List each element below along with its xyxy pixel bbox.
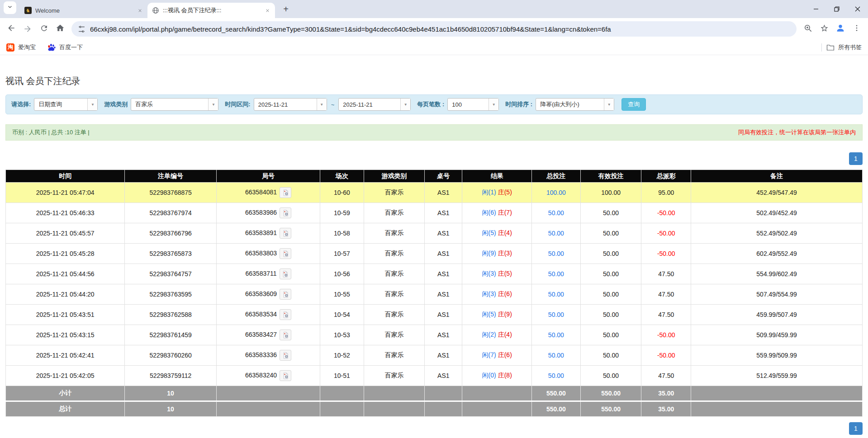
star-icon <box>820 24 829 34</box>
subtotal-total-bet: 550.00 <box>531 386 580 401</box>
video-replay-button[interactable] <box>280 370 291 381</box>
close-window-button[interactable] <box>847 0 868 18</box>
table-row: 2025-11-21 05:43:15 522983761459 6635834… <box>6 325 863 345</box>
cell-time: 2025-11-21 05:47:04 <box>6 183 125 203</box>
reload-button[interactable] <box>36 21 52 37</box>
cell-total-bet-link[interactable]: 50.00 <box>531 366 580 386</box>
page-1-button[interactable]: 1 <box>849 422 863 435</box>
cell-bet-id: 522983761459 <box>125 325 217 345</box>
tab-betrecord[interactable]: :::视讯 会员下注纪录::: <box>147 3 275 18</box>
cell-payout: -50.00 <box>641 203 691 223</box>
header-bet-id: 注单编号 <box>125 170 217 183</box>
address-bar[interactable]: 66cxkj98.com/ipl/portal.php/game/betreco… <box>71 21 797 37</box>
bet-records-table: 时间 注单编号 局号 场次 游戏类别 桌号 结果 总投注 有效投注 总派彩 备注… <box>5 170 863 417</box>
game-type-value: 百家乐 <box>131 99 208 110</box>
chevron-down-icon: ▼ <box>317 99 327 110</box>
close-tab-icon[interactable] <box>263 6 271 14</box>
cell-time: 2025-11-21 05:45:57 <box>6 223 125 244</box>
cell-valid-bet: 50.00 <box>580 366 641 386</box>
date-from-dropdown[interactable]: 2025-11-21 ▼ <box>254 98 327 111</box>
tab-search-button[interactable] <box>4 1 16 14</box>
date-range-label: 时间区间: <box>225 100 250 108</box>
tab-welcome[interactable]: ♞ Welcome <box>20 3 147 18</box>
video-replay-button[interactable] <box>280 187 291 198</box>
round-id-text: 663583891 <box>245 229 277 236</box>
table-row: 2025-11-21 05:46:33 522983767974 6635839… <box>6 203 863 223</box>
film-icon <box>282 291 289 298</box>
page-1-button[interactable]: 1 <box>849 152 863 165</box>
cell-bet-id: 522983766796 <box>125 223 217 244</box>
all-bookmarks-button[interactable]: 所有书签 <box>826 43 862 52</box>
home-button[interactable] <box>52 21 68 37</box>
video-replay-button[interactable] <box>280 228 291 239</box>
kebab-menu-icon <box>853 24 861 34</box>
cell-total-bet-link[interactable]: 50.00 <box>531 223 580 244</box>
page-size-dropdown[interactable]: 100 ▼ <box>447 98 499 111</box>
cell-note: 452.49/547.49 <box>691 183 863 203</box>
bookmark-star-button[interactable] <box>816 21 832 37</box>
round-id-text: 663583427 <box>245 331 277 338</box>
search-button[interactable]: 查询 <box>621 98 646 111</box>
cell-table-no: AS1 <box>425 284 462 305</box>
game-type-dropdown[interactable]: 百家乐 ▼ <box>131 98 218 111</box>
bookmark-baidu[interactable]: 百度一下 <box>47 43 83 52</box>
bookmark-taobao-label: 爱淘宝 <box>18 43 36 52</box>
time-order-dropdown[interactable]: 降幂(由大到小) ▼ <box>536 98 614 111</box>
bookmark-taobao[interactable]: 淘 爱淘宝 <box>6 43 36 52</box>
cell-valid-bet: 50.00 <box>580 345 641 366</box>
date-from-value: 2025-11-21 <box>254 99 317 110</box>
zoom-button[interactable] <box>800 21 816 37</box>
film-icon <box>282 372 289 379</box>
cell-total-bet-link[interactable]: 50.00 <box>531 305 580 325</box>
video-replay-button[interactable] <box>280 350 291 361</box>
cell-table-no: AS1 <box>425 264 462 284</box>
cell-valid-bet: 50.00 <box>580 325 641 345</box>
cell-bet-id: 522983762588 <box>125 305 217 325</box>
table-row: 2025-11-21 05:47:04 522983768875 6635840… <box>6 183 863 203</box>
cell-valid-bet: 50.00 <box>580 203 641 223</box>
result-banker: 庄(5) <box>498 188 512 196</box>
video-replay-button[interactable] <box>280 248 291 259</box>
cell-game-type: 百家乐 <box>364 325 424 345</box>
video-replay-button[interactable] <box>280 268 291 279</box>
cell-result: 闲(2)庄(4) <box>462 325 531 345</box>
cell-payout: -50.00 <box>641 223 691 244</box>
video-replay-button[interactable] <box>280 289 291 300</box>
cell-session: 10-58 <box>320 223 364 244</box>
video-replay-button[interactable] <box>280 207 291 218</box>
avatar <box>835 23 845 35</box>
query-type-dropdown[interactable]: 日期查询 ▼ <box>34 98 98 111</box>
cell-total-bet-link[interactable]: 50.00 <box>531 244 580 264</box>
forward-button[interactable] <box>20 21 35 37</box>
cell-bet-id: 522983759112 <box>125 366 217 386</box>
cell-total-bet-link[interactable]: 50.00 <box>531 325 580 345</box>
cell-table-no: AS1 <box>425 345 462 366</box>
pagination-top: 1 <box>5 152 863 165</box>
new-tab-button[interactable]: + <box>280 3 292 15</box>
cell-result: 闲(0)庄(8) <box>462 366 531 386</box>
browser-toolbar: 66cxkj98.com/ipl/portal.php/game/betreco… <box>0 18 868 40</box>
cell-total-bet-link[interactable]: 50.00 <box>531 264 580 284</box>
cell-round-id: 663583336 <box>216 345 320 366</box>
back-button[interactable] <box>4 21 19 37</box>
cell-total-bet-link[interactable]: 50.00 <box>531 284 580 305</box>
cell-total-bet-link[interactable]: 50.00 <box>531 345 580 366</box>
minimize-button[interactable] <box>806 0 826 18</box>
page-size-label: 每页笔数 : <box>417 100 444 108</box>
browser-menu-button[interactable] <box>849 21 864 37</box>
cell-total-bet-link[interactable]: 100.00 <box>531 183 580 203</box>
video-replay-button[interactable] <box>280 309 291 320</box>
time-order-label: 时间排序 : <box>505 100 532 108</box>
cell-result: 闲(5)庄(9) <box>462 305 531 325</box>
profile-button[interactable] <box>833 21 848 37</box>
site-info-icon[interactable] <box>78 25 85 33</box>
video-replay-button[interactable] <box>280 330 291 340</box>
result-player: 闲(7) <box>482 351 496 358</box>
restore-button[interactable] <box>826 0 847 18</box>
cell-game-type: 百家乐 <box>364 366 424 386</box>
tab-welcome-title: Welcome <box>35 7 132 14</box>
date-to-dropdown[interactable]: 2025-11-21 ▼ <box>338 98 411 111</box>
cell-total-bet-link[interactable]: 50.00 <box>531 203 580 223</box>
close-tab-icon[interactable] <box>136 6 144 14</box>
cell-valid-bet: 50.00 <box>580 284 641 305</box>
